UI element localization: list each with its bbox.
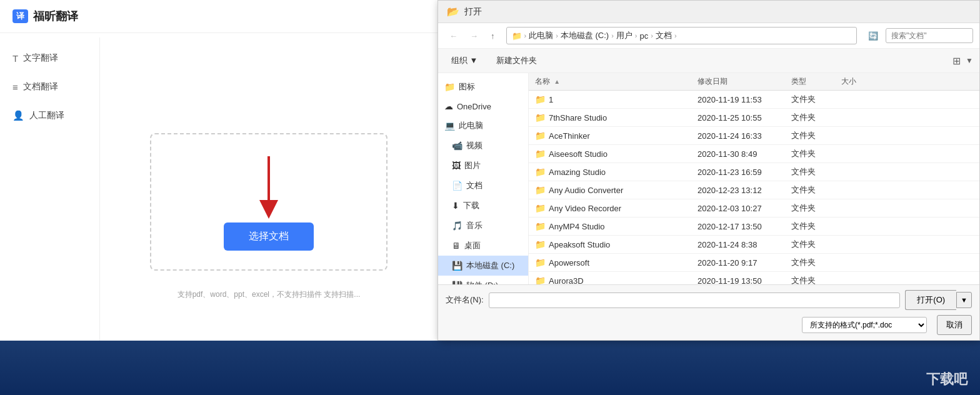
file-row[interactable]: 📁Apowersoft 2020-11-20 9:17 文件夹 [529,254,979,272]
file-type-cell: 文件夹 [785,257,835,268]
file-type-cell: 文件夹 [785,166,835,178]
sidebar-item-text-translate[interactable]: T 文字翻译 [0,44,99,72]
breadcrumb-user[interactable]: 用户 [616,30,632,41]
app-panel: 译 福昕翻译 T 文字翻译 ≡ 文档翻译 👤 人工翻译 选择文档 [0,0,438,395]
forward-button[interactable]: → [465,28,483,44]
download-badge: 下载吧 [926,370,968,389]
new-folder-button[interactable]: 新建文件夹 [489,52,544,69]
select-document-button[interactable]: 选择文档 [224,222,314,251]
drop-zone: 选择文档 [150,133,388,271]
filename-input[interactable] [489,292,901,308]
app-name: 福昕翻译 [33,9,78,24]
file-date-cell: 2020-12-03 10:27 [691,204,785,213]
file-row[interactable]: 📁Aurora3D 2020-11-19 13:50 文件夹 [529,272,979,284]
dialog-actions: 组织 ▼ 新建文件夹 ⊞ ▼ [438,49,979,73]
desktop-icon: 🖥 [452,241,461,251]
file-date-cell: 2020-11-24 8:38 [691,240,785,249]
place-desktop[interactable]: 🖥 桌面 [438,236,528,256]
folder-icon: 📁 [535,258,546,268]
filetype-select[interactable]: 所支持的格式(*.pdf;*.doc [802,317,927,333]
dialog-titlebar: 📂 打开 [438,1,979,23]
icons-folder-icon: 📁 [444,82,455,92]
doc-icon: ≡ [12,82,18,92]
folder-icon: 📁 [535,167,546,177]
place-icons[interactable]: 📁 图标 [438,77,528,97]
col-header-date[interactable]: 修改日期 [691,76,785,87]
back-button[interactable]: ← [444,28,462,44]
place-music[interactable]: 🎵 音乐 [438,216,528,236]
place-picture[interactable]: 🖼 图片 [438,156,528,176]
up-button[interactable]: ↑ [486,28,500,44]
place-video[interactable]: 📹 视频 [438,136,528,156]
file-name-cell: 📁Aiseesoft Studio [529,149,691,159]
view-dropdown-icon[interactable]: ▼ [966,56,973,65]
filename-label: 文件名(N): [446,294,484,306]
file-date-cell: 2020-12-17 13:50 [691,222,785,231]
organize-button[interactable]: 组织 ▼ [444,52,484,69]
file-date-cell: 2020-11-19 13:50 [691,276,785,285]
breadcrumb-pc2[interactable]: pc [639,31,648,41]
dialog-title-icon: 📂 [447,6,459,18]
file-date-cell: 2020-11-24 16:33 [691,131,785,141]
refresh-button[interactable]: 🔄 [863,28,883,44]
dialog-toolbar: ← → ↑ 📁 › 此电脑 › 本地磁盘 (C:) › 用户 › pc › 文档… [438,23,979,49]
file-row[interactable]: 📁AceThinker 2020-11-24 16:33 文件夹 [529,127,979,145]
file-name-cell: 📁1 [529,94,691,104]
file-name-cell: 📁AceThinker [529,131,691,141]
file-name-cell: 📁Any Audio Converter [529,185,691,195]
file-row[interactable]: 📁AnyMP4 Studio 2020-12-17 13:50 文件夹 [529,218,979,236]
sidebar-item-human-translate[interactable]: 👤 人工翻译 [0,101,99,130]
file-name-cell: 📁7thShare Studio [529,112,691,122]
file-dialog: 📂 打开 ← → ↑ 📁 › 此电脑 › 本地磁盘 (C:) › 用户 › pc… [438,0,980,341]
place-download[interactable]: ⬇ 下载 [438,196,528,216]
file-row[interactable]: 📁1 2020-11-19 11:53 文件夹 [529,91,979,109]
place-document[interactable]: 📄 文档 [438,176,528,196]
breadcrumb-docs[interactable]: 文档 [656,30,672,41]
file-type-cell: 文件夹 [785,94,835,105]
file-row[interactable]: 📁Any Video Recorder 2020-12-03 10:27 文件夹 [529,199,979,218]
dialog-footer: 文件名(N): 打开(O) ▼ 所支持的格式(*.pdf;*.doc 取消 [438,284,979,340]
file-name-cell: 📁AnyMP4 Studio [529,221,691,231]
file-name-cell: 📁Amazing Studio [529,167,691,177]
place-onedrive[interactable]: ☁ OneDrive [438,97,528,116]
place-soft-d[interactable]: 💾 软件 (D:) [438,276,528,284]
open-btn-group: 打开(O) ▼ [905,290,972,310]
file-row[interactable]: 📁7thShare Studio 2020-11-25 10:55 文件夹 [529,109,979,127]
file-name-cell: 📁Aurora3D [529,276,691,284]
file-name-cell: 📁Apowersoft [529,258,691,268]
file-list-header: 名称 ▲ 修改日期 类型 大小 [529,73,979,91]
col-header-type[interactable]: 类型 [785,76,835,87]
support-text: 支持pdf、word、ppt、excel，不支持扫描件 支持扫描... [178,289,361,300]
file-date-cell: 2020-12-23 13:12 [691,186,785,195]
picture-icon: 🖼 [452,161,461,171]
logo-badge: 译 [12,9,28,23]
file-name-cell: 📁Any Video Recorder [529,203,691,213]
search-input[interactable] [886,28,973,43]
filetype-row: 所支持的格式(*.pdf;*.doc 取消 [446,315,972,335]
file-row[interactable]: 📁Any Audio Converter 2020-12-23 13:12 文件… [529,181,979,199]
place-local-c[interactable]: 💾 本地磁盘 (C:) [438,256,528,276]
folder-icon: 📁 [535,185,546,195]
col-header-name[interactable]: 名称 ▲ [529,76,691,87]
cancel-button[interactable]: 取消 [937,315,972,335]
taskbar-area: 下载吧 [0,341,980,395]
music-icon: 🎵 [452,221,462,231]
open-button[interactable]: 打开(O) [905,290,956,310]
folder-icon: 📁 [535,149,546,159]
breadcrumb-localc[interactable]: 本地磁盘 (C:) [561,30,609,41]
col-header-size[interactable]: 大小 [835,76,885,87]
file-type-cell: 文件夹 [785,221,835,232]
breadcrumb-pc[interactable]: 此电脑 [529,30,553,41]
place-thispc[interactable]: 💻 此电脑 [438,116,528,136]
view-icon[interactable]: ⊞ [952,55,961,67]
file-row[interactable]: 📁Apeaksoft Studio 2020-11-24 8:38 文件夹 [529,236,979,254]
download-icon: ⬇ [452,201,459,211]
file-type-cell: 文件夹 [785,112,835,123]
file-row[interactable]: 📁Aiseesoft Studio 2020-11-30 8:49 文件夹 [529,145,979,163]
sidebar-label-doc: 文档翻译 [23,81,58,92]
open-dropdown-button[interactable]: ▼ [956,292,972,308]
filename-row: 文件名(N): 打开(O) ▼ [446,290,972,310]
file-type-cell: 文件夹 [785,239,835,250]
file-row[interactable]: 📁Amazing Studio 2020-11-23 16:59 文件夹 [529,163,979,181]
sidebar-item-doc-translate[interactable]: ≡ 文档翻译 [0,72,99,101]
